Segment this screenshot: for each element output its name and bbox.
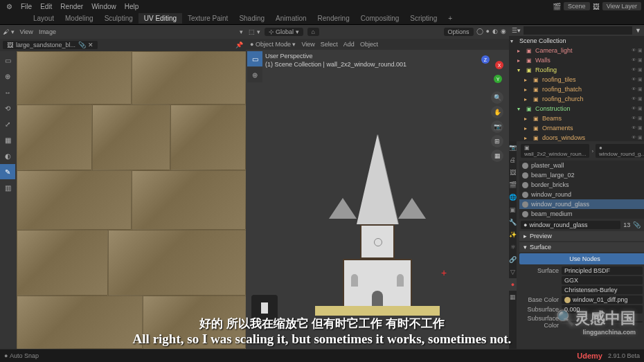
tab-animation[interactable]: Animation [270,13,312,24]
ptab-material[interactable]: ● [509,278,517,291]
viewport-canvas[interactable]: ▭ ⊕ User Perspective (1) Scene Collectio… [246,50,509,349]
shading-render-icon[interactable]: ◉ [501,28,506,36]
panel-preview[interactable]: ▸ Preview [519,231,644,241]
viewlayer-field[interactable]: View Layer [602,2,641,10]
shading-wireframe-icon[interactable]: ◯ [476,28,483,36]
outliner-item[interactable]: ▾▣Construction👁 ▣ [509,104,644,114]
property-row[interactable]: Subsurface0.000● [519,305,644,314]
snap-selector[interactable]: ⌂ [307,28,319,36]
tab-add[interactable]: + [442,13,458,24]
tool-scale[interactable]: ⤢ [0,116,15,132]
tab-layout[interactable]: Layout [28,13,60,24]
menu-window[interactable]: Window [88,1,120,12]
material-slot[interactable]: border_bricks [519,180,644,190]
tool-annotate[interactable]: ◐ [0,148,15,163]
outliner-item[interactable]: ▸▣roofing_church👁 ▣ [509,94,644,104]
tool-cursor[interactable]: ⊕ [0,69,15,84]
blender-icon[interactable]: ⚙ [3,1,16,12]
tool-fill[interactable]: ▥ [0,180,15,195]
ptab-physics[interactable]: ⚛ [509,241,517,253]
camera-icon[interactable]: 📷 [491,120,503,133]
pan-icon[interactable]: ✋ [491,106,503,118]
grid-icon[interactable]: ▦ [491,150,503,162]
ptab-object[interactable]: ▣ [509,203,517,216]
use-nodes-button[interactable]: Use Nodes [519,253,644,264]
texture-canvas[interactable] [17,51,246,349]
outliner-item[interactable]: ▸▣Ornaments👁 ▣ [509,123,644,133]
outliner-item[interactable]: ▾▣Roofing👁 ▣ [509,65,644,75]
ptab-render[interactable]: 📷 [509,141,517,154]
outliner-item[interactable]: ▸▣roofing_thatch👁 ▣ [509,84,644,94]
vp-menu-object[interactable]: Object [360,41,378,48]
outliner-type-icon[interactable]: ☰▾ [512,27,521,34]
menu-help[interactable]: Help [121,1,143,12]
interaction-mode[interactable]: ● Object Mode ▾ [250,41,296,48]
ptab-texture[interactable]: ▦ [509,291,517,303]
property-row[interactable]: SurfacePrincipled BSDF● [519,266,644,275]
tool-move[interactable]: ↔ [0,84,15,100]
menu-edit[interactable]: Edit [37,1,55,12]
tab-rendering[interactable]: Rendering [312,13,355,24]
ptab-particle[interactable]: ✨ [509,228,517,241]
tab-scripting[interactable]: Scripting [404,13,442,24]
zoom-icon[interactable]: 🔍 [491,91,503,104]
uv-menu-view[interactable]: View [20,28,33,35]
viewport-widget[interactable] [251,295,278,321]
shading-matcap-icon[interactable]: ◐ [492,28,498,36]
vp-menu-select[interactable]: Select [321,41,338,48]
ptab-view[interactable]: 🖼 [509,166,517,179]
property-row[interactable]: Base Colorwindow_01_diff.png● [519,295,644,305]
ptab-world[interactable]: 🌐 [509,191,517,203]
menu-file[interactable]: File [17,1,35,12]
tab-modeling[interactable]: Modeling [60,13,99,24]
material-slot[interactable]: beam_large_02 [519,170,644,180]
active-material-field[interactable]: ● window_round_glass [521,221,620,229]
crumb-object[interactable]: ▣ wall_2x2_window_roun... [521,144,589,158]
menu-render[interactable]: Render [57,1,87,12]
tab-shading[interactable]: Shading [233,13,270,24]
outliner-filter-icon[interactable]: ▼ [635,27,641,34]
vp-tool-cursor[interactable]: ⊕ [247,67,262,82]
outliner-search[interactable] [524,26,632,35]
vp-menu-add[interactable]: Add [343,41,355,48]
tab-compositing[interactable]: Compositing [355,13,405,24]
uv-menu-image[interactable]: Image [39,28,56,35]
editor-type-3d-icon[interactable]: ⬚ ▾ [249,28,260,35]
orientation-selector[interactable]: ⊹ Global ▾ [265,28,303,36]
tool-draw[interactable]: ✎ [0,164,15,179]
tool-select[interactable]: ▭ [0,53,15,68]
property-row[interactable]: GGX● [519,275,644,285]
ptab-modifier[interactable]: 🔧 [509,216,517,228]
persp-icon[interactable]: ⊞ [491,135,503,147]
uv-header-right-icon[interactable]: ▾ [240,28,243,35]
ptab-mesh[interactable]: ▽ [509,266,517,278]
tab-texturepaint[interactable]: Texture Paint [182,13,233,24]
tab-uvediting[interactable]: UV Editing [138,13,182,24]
outliner-item[interactable]: ▸▣roofing_tiles👁 ▣ [509,75,644,84]
tool-rotate[interactable]: ⟲ [0,100,15,116]
uv-pin-icon[interactable]: 📌 [235,42,243,48]
outliner-item[interactable]: ▸▣Beams👁 ▣ [509,114,644,123]
property-row[interactable]: Subsurface Color● [519,314,644,329]
ptab-output[interactable]: 🖨 [509,154,517,166]
editor-type-icon[interactable]: 🖌 ▾ [3,28,15,35]
outliner-item[interactable]: ▸▣Walls👁 ▣ [509,55,644,65]
panel-surface[interactable]: ▾ Surface [519,242,644,252]
tab-sculpting[interactable]: Sculpting [99,13,138,24]
outliner-item[interactable]: ▸▣doors_windows👁 ▣ [509,133,644,141]
vp-tool-select[interactable]: ▭ [247,51,262,66]
image-selector[interactable]: 🖼 large_sandstone_bl... 📎 ✕ [3,41,98,49]
ptab-constraint[interactable]: 🔗 [509,253,517,266]
vp-menu-view[interactable]: View [301,41,314,48]
crumb-material[interactable]: ● window_round_g... [596,144,644,158]
tool-transform[interactable]: ▦ [0,132,15,147]
shading-solid-icon[interactable]: ● [486,28,490,36]
material-slot[interactable]: plaster_wall [519,161,644,170]
outliner-root[interactable]: ▾Scene Collection [509,36,644,46]
material-slot[interactable]: window_round_glass [519,199,644,209]
scene-field[interactable]: Scene [564,2,590,10]
property-row[interactable]: Christensen-Burley● [519,285,644,295]
material-fake-icon[interactable]: 📎 [633,221,641,228]
options-dropdown[interactable]: Options [444,28,474,36]
ptab-scene[interactable]: 🎬 [509,179,517,191]
